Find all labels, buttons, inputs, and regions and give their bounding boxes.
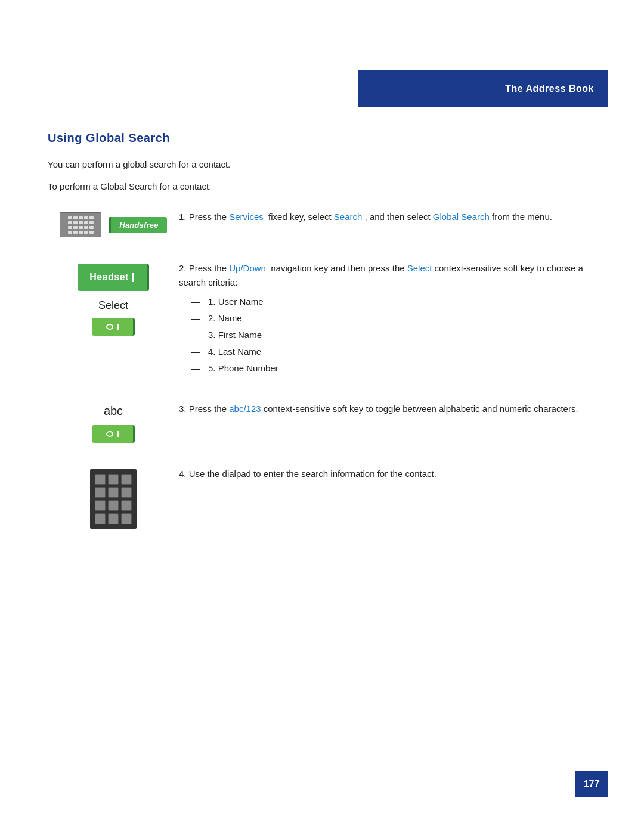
speaker-icon-3 <box>106 431 113 437</box>
search-criteria-list: —1. User Name —2. Name —3. First Name —4… <box>191 295 596 376</box>
dialpad-key-1 <box>95 474 106 485</box>
step-3-text-pre: Press the <box>189 404 230 414</box>
section-heading: Using Global Search <box>48 131 596 145</box>
list-item-5: —5. Phone Number <box>191 361 596 376</box>
step-1-text-end: from the menu. <box>490 212 552 222</box>
step-1-content: 1. Press the Services fixed key, select … <box>179 210 596 224</box>
step-4-content: 4. Use the dialpad to enter the search i… <box>179 467 596 481</box>
dialpad-key-12 <box>121 513 132 524</box>
header-title: The Address Book <box>505 83 594 94</box>
phone-keyboard-icon <box>60 212 101 237</box>
step-3-number: 3. <box>179 404 189 414</box>
step-4-number: 4. <box>179 469 189 479</box>
step-1-text-pre: Press the <box>189 212 230 222</box>
small-green-button-2 <box>92 318 135 336</box>
step-1-row: Handsfree 1. Press the Services fixed ke… <box>48 210 596 237</box>
global-search-link: Global Search <box>433 212 490 222</box>
list-item-3: —3. First Name <box>191 328 596 342</box>
header-bar: The Address Book <box>358 70 608 107</box>
headset-button: Headset | <box>78 264 149 291</box>
step-2-text-mid: navigation key and then press the <box>266 263 407 273</box>
step-1-text-mid: fixed key, select <box>264 212 334 222</box>
dialpad-key-4 <box>95 487 106 498</box>
step-3-text-end: context-sensitive soft key to toggle bet… <box>261 404 578 414</box>
updown-link: Up/Down <box>229 263 266 273</box>
step-1-text-mid2: , and then select <box>362 212 432 222</box>
main-content: Using Global Search You can perform a gl… <box>48 131 596 553</box>
list-item-2: —2. Name <box>191 311 596 326</box>
btn-bar-icon <box>117 324 119 330</box>
handsfree-button: Handsfree <box>109 217 166 233</box>
step-4-text: Use the dialpad to enter the search info… <box>189 469 436 479</box>
dialpad-key-2 <box>108 474 119 485</box>
dialpad-key-9 <box>121 500 132 511</box>
search-link: Search <box>334 212 363 222</box>
dialpad-key-3 <box>121 474 132 485</box>
step-2-number: 2. <box>179 263 189 273</box>
step-2-icons: Headset | Select <box>48 261 179 336</box>
services-link: Services <box>229 212 264 222</box>
dialpad-key-6 <box>121 487 132 498</box>
dialpad-key-11 <box>108 513 119 524</box>
abc123-link: abc/123 <box>229 404 261 414</box>
btn-bar-icon-3 <box>117 431 119 437</box>
dialpad-key-10 <box>95 513 106 524</box>
step-3-row: abc 3. Press the abc/123 context-sensiti… <box>48 402 596 443</box>
step-2-text-pre: Press the <box>189 263 230 273</box>
step-3-content: 3. Press the abc/123 context-sensitive s… <box>179 402 596 416</box>
page-number: 177 <box>575 771 608 797</box>
dialpad-key-8 <box>108 500 119 511</box>
select-label: Select <box>98 299 128 312</box>
small-green-button-3 <box>92 425 135 443</box>
list-item-4: —4. Last Name <box>191 345 596 359</box>
dialpad-key-5 <box>108 487 119 498</box>
step-1-icons-inner: Handsfree <box>60 212 166 237</box>
abc-label: abc <box>104 404 123 418</box>
step-4-icons <box>48 467 179 529</box>
intro-text-2: To perform a Global Search for a contact… <box>48 180 596 194</box>
step-1-number: 1. <box>179 212 189 222</box>
select-link: Select <box>407 263 432 273</box>
step-1-icons: Handsfree <box>48 210 179 237</box>
step-2-row: Headset | Select 2. Press the Up/Down na… <box>48 261 596 378</box>
step-2-content: 2. Press the Up/Down navigation key and … <box>179 261 596 378</box>
speaker-icon <box>106 324 113 330</box>
dialpad-icon <box>90 469 137 529</box>
step-3-icons: abc <box>48 402 179 443</box>
step-4-row: 4. Use the dialpad to enter the search i… <box>48 467 596 529</box>
intro-text-1: You can perform a global search for a co… <box>48 158 596 172</box>
list-item-1: —1. User Name <box>191 295 596 309</box>
dialpad-key-7 <box>95 500 106 511</box>
